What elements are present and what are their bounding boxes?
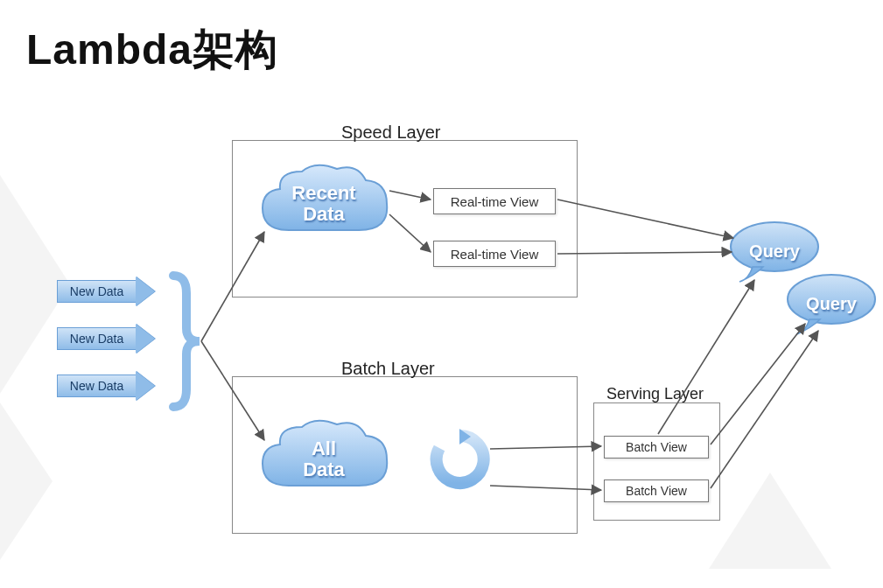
query-bubble: Query <box>783 271 879 337</box>
recent-data-cloud: Recent Data <box>254 156 394 252</box>
new-data-arrow: New Data <box>57 276 162 306</box>
serving-layer-box <box>593 402 720 521</box>
diagram-canvas: Speed Layer Batch Layer Serving Layer Ne… <box>0 0 883 588</box>
new-data-label: New Data <box>70 332 123 346</box>
svg-line-10 <box>557 200 733 238</box>
new-data-label: New Data <box>70 284 123 298</box>
input-bracket <box>165 267 226 416</box>
recent-data-text: Recent Data <box>291 183 355 225</box>
speed-layer-label: Speed Layer <box>341 122 440 143</box>
recycle-icon <box>429 429 490 490</box>
realtime-view-box: Real-time View <box>433 241 556 267</box>
batch-view-box: Batch View <box>604 480 709 502</box>
new-data-arrow: New Data <box>57 324 162 354</box>
all-data-text: All Data <box>303 438 345 480</box>
query-text: Query <box>749 242 800 262</box>
serving-layer-label: Serving Layer <box>606 385 704 403</box>
svg-line-14 <box>711 324 805 444</box>
batch-view-box: Batch View <box>604 436 709 458</box>
svg-line-11 <box>557 252 732 254</box>
new-data-label: New Data <box>70 379 123 393</box>
realtime-view-box: Real-time View <box>433 188 556 214</box>
new-data-arrow: New Data <box>57 371 162 401</box>
batch-layer-label: Batch Layer <box>341 359 435 379</box>
svg-line-15 <box>711 331 818 488</box>
all-data-cloud: All Data <box>254 411 394 508</box>
query-text: Query <box>806 294 857 314</box>
